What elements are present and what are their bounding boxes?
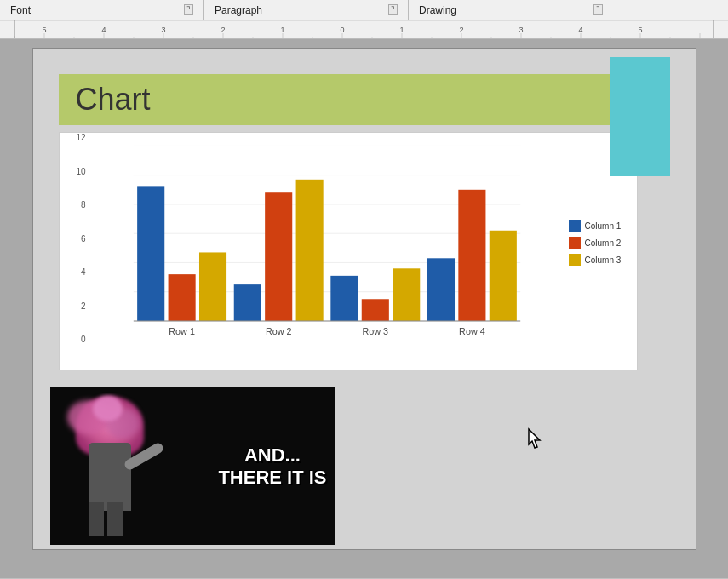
svg-rect-48: [330, 276, 358, 321]
chart-title: Chart: [76, 82, 151, 118]
toolbar: Font ⌝ Paragraph ⌝ Drawing ⌝: [0, 0, 728, 20]
legend-color-col1: [569, 220, 581, 232]
font-section: Font ⌝: [0, 0, 204, 20]
svg-text:4: 4: [578, 26, 582, 34]
svg-text:2: 2: [221, 26, 225, 34]
document-area: Chart 12 10 8 6 4 2 0 Row 1Row 2Row 3Row…: [0, 39, 728, 578]
legend-col2: Column 2: [569, 237, 628, 249]
legend-col3: Column 3: [569, 254, 628, 266]
figure-leg-right: [107, 502, 123, 536]
chart-title-box: Chart: [59, 74, 638, 125]
figure-body: [89, 443, 131, 511]
meme-line1: AND...: [218, 444, 326, 466]
font-label: Font: [10, 4, 31, 16]
legend-label-col1: Column 1: [585, 221, 622, 231]
y-label-0: 0: [81, 335, 86, 344]
image-box: AND... THERE IT IS: [50, 387, 335, 545]
drawing-section: Drawing ⌝: [409, 0, 613, 20]
y-axis: 12 10 8 6 4 2 0: [60, 133, 89, 344]
svg-text:4: 4: [101, 26, 106, 34]
svg-text:Row 3: Row 3: [362, 326, 388, 336]
paragraph-expand[interactable]: ⌝: [388, 4, 398, 15]
paragraph-label: Paragraph: [215, 4, 262, 16]
ruler: 5 4 3 2 1 0 1 2 3 4 5: [0, 20, 728, 39]
page: Chart 12 10 8 6 4 2 0 Row 1Row 2Row 3Row…: [32, 48, 696, 550]
svg-rect-57: [489, 231, 516, 321]
y-label-10: 10: [76, 167, 85, 176]
svg-rect-47: [233, 284, 261, 321]
svg-text:1: 1: [399, 26, 404, 34]
pink-blob-4: [93, 396, 123, 421]
legend-color-col3: [569, 254, 581, 266]
meme-text: AND... THERE IT IS: [218, 444, 326, 489]
svg-rect-50: [168, 274, 195, 321]
y-label-12: 12: [76, 133, 85, 142]
svg-rect-53: [458, 190, 485, 321]
legend-label-col3: Column 3: [585, 255, 622, 265]
svg-text:1: 1: [280, 26, 284, 34]
svg-rect-55: [295, 180, 323, 321]
svg-text:3: 3: [519, 26, 523, 34]
svg-rect-52: [361, 299, 388, 321]
legend-color-col2: [569, 237, 581, 249]
svg-text:2: 2: [459, 26, 463, 34]
meme-line2: THERE IT IS: [218, 467, 326, 489]
svg-text:3: 3: [161, 26, 165, 34]
chart-container: 12 10 8 6 4 2 0 Row 1Row 2Row 3Row 4 Col…: [59, 132, 638, 370]
chart-svg: Row 1Row 2Row 3Row 4: [94, 141, 560, 344]
ruler-svg: 5 4 3 2 1 0 1 2 3 4 5: [0, 20, 728, 39]
svg-text:Row 4: Row 4: [459, 326, 485, 336]
cyan-rectangle-top: [610, 57, 670, 125]
svg-marker-63: [529, 429, 540, 448]
drawing-expand[interactable]: ⌝: [593, 4, 603, 15]
svg-text:0: 0: [340, 26, 344, 34]
legend-col1: Column 1: [569, 220, 628, 232]
cyan-rectangle-lower: [610, 125, 670, 176]
svg-text:Row 1: Row 1: [169, 326, 195, 336]
svg-text:5: 5: [42, 26, 46, 34]
paragraph-section: Paragraph ⌝: [204, 0, 409, 20]
svg-rect-54: [198, 252, 226, 321]
drawing-label: Drawing: [419, 4, 456, 16]
svg-text:5: 5: [638, 26, 642, 34]
svg-rect-49: [427, 258, 454, 321]
meme-image: AND... THERE IT IS: [50, 387, 335, 545]
svg-rect-51: [265, 192, 292, 321]
y-label-2: 2: [81, 301, 86, 311]
svg-rect-0: [0, 20, 728, 39]
y-label-8: 8: [81, 200, 86, 209]
mouse-cursor: [527, 427, 546, 450]
figure-leg-left: [89, 502, 104, 536]
figure: [59, 396, 195, 536]
y-label-4: 4: [81, 267, 86, 277]
legend-label-col2: Column 2: [585, 238, 622, 248]
svg-rect-46: [137, 186, 164, 321]
svg-rect-56: [393, 268, 420, 321]
svg-text:Row 2: Row 2: [265, 326, 291, 336]
font-expand[interactable]: ⌝: [184, 4, 193, 15]
y-label-6: 6: [81, 234, 86, 244]
chart-inner: Row 1Row 2Row 3Row 4: [94, 141, 560, 344]
